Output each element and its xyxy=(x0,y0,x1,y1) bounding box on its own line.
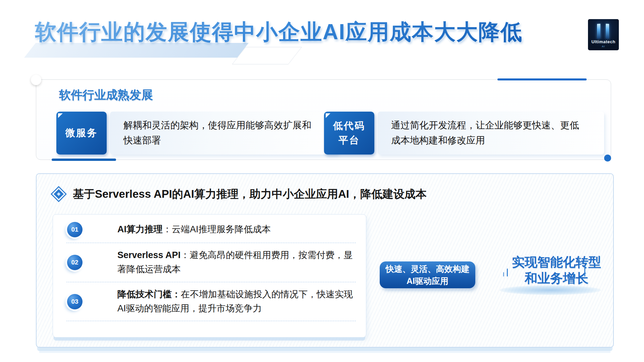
lowcode-description-panel: 通过简化开发流程，让企业能够更快速、更低成本地构建和修改应用 xyxy=(378,112,604,155)
point-term: AI算力推理 xyxy=(117,224,163,234)
corner-dot-decoration xyxy=(604,155,611,162)
diamond-icon xyxy=(51,186,67,202)
number-badge: 02 xyxy=(67,255,83,270)
brand-logo: Ultimatech AI xyxy=(588,19,619,50)
outcome-line1: 实现智能化转型 xyxy=(489,254,624,270)
top-accent-line xyxy=(497,78,587,80)
pill-line1: 快速、灵活、高效构建 xyxy=(386,263,470,275)
number-badge: 03 xyxy=(67,294,83,309)
corner-circle-decoration xyxy=(31,75,41,85)
page-title: 软件行业的发展使得中小企业AI应用成本大大降低 xyxy=(35,17,523,47)
fold-corner-icon xyxy=(326,113,330,118)
feature-description: 通过简化开发流程，让企业能够更快速、更低成本地构建和修改应用 xyxy=(391,118,584,148)
serverless-card-heading: 基于Serverless API的AI算力推理，助力中小企业应用AI，降低建设成… xyxy=(73,187,427,202)
maturity-card: 软件行业成熟发展 微服务 解耦和灵活的架构，使得应用能够高效扩展和快速部署 低代… xyxy=(36,79,611,160)
list-item: 03 降低技术门槛：在不增加基础设施投入的情况下，快速实现AI驱动的智能应用，提… xyxy=(66,282,356,321)
feature-description: 解耦和灵活的架构，使得应用能够高效扩展和快速部署 xyxy=(123,118,316,148)
point-text: AI算力推理：云端AI推理服务降低成本 xyxy=(117,223,356,237)
number-badge: 01 xyxy=(67,222,83,237)
pill-line2: AI驱动应用 xyxy=(407,275,448,287)
badge-label: 微服务 xyxy=(65,126,98,140)
highlight-pill: 快速、灵活、高效构建 AI驱动应用 xyxy=(380,261,475,288)
point-term: Serverless API xyxy=(117,250,180,260)
outcome-line2: 和业务增长 xyxy=(489,270,624,287)
feature-lowcode: 低代码平台 通过简化开发流程，让企业能够更快速、更低成本地构建和修改应用 xyxy=(324,112,604,155)
point-description: ：云端AI推理服务降低成本 xyxy=(163,224,271,234)
emphasis-tick-icon xyxy=(507,268,508,277)
point-text: 降低技术门槛：在不增加基础设施投入的情况下，快速实现AI驱动的智能应用，提升市场… xyxy=(117,288,356,316)
serverless-card: 基于Serverless API的AI算力推理，助力中小企业应用AI，降低建设成… xyxy=(36,173,614,348)
microservices-description-panel: 解耦和灵活的架构，使得应用能够高效扩展和快速部署 xyxy=(110,112,338,155)
emphasis-tick-icon xyxy=(503,272,504,277)
lowcode-badge: 低代码平台 xyxy=(324,112,374,155)
fold-corner-icon xyxy=(58,113,63,118)
shadow-ellipse xyxy=(499,285,601,295)
maturity-card-heading: 软件行业成熟发展 xyxy=(59,87,153,103)
point-text: Serverless API：避免高昂的硬件租用费用，按需付费，显著降低运营成本 xyxy=(117,248,356,277)
serverless-card-header: 基于Serverless API的AI算力推理，助力中小企业应用AI，降低建设成… xyxy=(51,186,427,202)
list-item: 02 Serverless API：避免高昂的硬件租用费用，按需付费，显著降低运… xyxy=(66,243,356,282)
points-panel: 01 AI算力推理：云端AI推理服务降低成本 02 Serverless API… xyxy=(53,214,366,338)
list-item: 01 AI算力推理：云端AI推理服务降低成本 xyxy=(66,217,356,243)
microservices-badge: 微服务 xyxy=(56,112,107,155)
emphasis-tick-icon xyxy=(584,266,585,277)
logo-mark-icon xyxy=(606,24,609,39)
badge-label: 低代码平台 xyxy=(328,119,370,148)
feature-microservices: 微服务 解耦和灵活的架构，使得应用能够高效扩展和快速部署 xyxy=(56,112,338,155)
logo-mark-icon xyxy=(597,24,600,39)
bottom-accent-line xyxy=(52,159,116,161)
outcome-statement: 实现智能化转型 和业务增长 xyxy=(489,254,624,286)
logo-tagline: AI xyxy=(588,45,619,48)
point-term: 降低技术门槛： xyxy=(117,289,181,299)
logo-brand-text: Ultimatech xyxy=(588,39,619,44)
